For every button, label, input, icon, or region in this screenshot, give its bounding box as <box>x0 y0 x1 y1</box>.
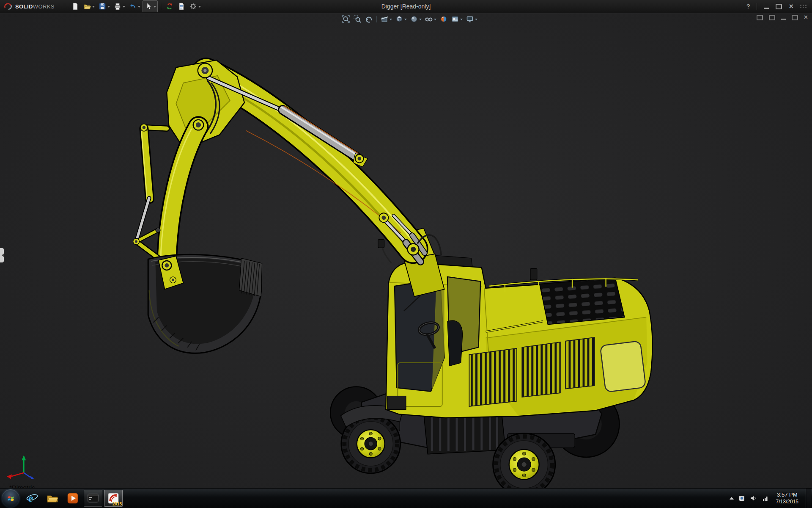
rebuild-button[interactable] <box>164 1 175 12</box>
doc-close-button[interactable]: × <box>804 14 808 20</box>
window-cascade-button[interactable] <box>757 15 763 20</box>
side-grille-1[interactable] <box>469 348 517 406</box>
windows-flag-icon <box>6 494 16 503</box>
seat <box>447 320 463 366</box>
dropdown-caret <box>390 19 392 22</box>
dropdown-caret <box>123 6 125 9</box>
file-properties-button[interactable] <box>176 1 187 12</box>
engine-top-grille[interactable] <box>540 278 625 324</box>
system-tray: 3:57 PM 7/13/2015 <box>730 489 812 508</box>
side-grille-3[interactable] <box>565 337 595 389</box>
taskbar-clock[interactable]: 3:57 PM 7/13/2015 <box>774 491 801 505</box>
file-properties-icon <box>177 2 186 11</box>
command-prompt-button[interactable] <box>84 490 102 507</box>
hide-show-items-button[interactable] <box>424 14 437 24</box>
zoom-to-fit-button[interactable] <box>341 14 351 24</box>
file-explorer-button[interactable] <box>43 490 62 507</box>
dropdown-caret <box>138 6 140 9</box>
dropdown-caret <box>154 6 156 9</box>
taskbar-apps: e <box>23 490 123 507</box>
media-player-icon <box>67 492 79 504</box>
dropdown-caret <box>475 19 477 22</box>
select-button[interactable] <box>143 0 158 12</box>
dassault-logo-icon <box>3 3 13 10</box>
print-icon <box>113 2 122 11</box>
hidden-icons-chevron[interactable] <box>730 495 734 500</box>
network-icon[interactable] <box>762 495 769 502</box>
minimize-button[interactable] <box>764 8 769 9</box>
restore-button[interactable] <box>776 4 782 9</box>
view-settings-button[interactable] <box>465 14 478 24</box>
help-button[interactable]: ? <box>746 3 750 10</box>
window-title: Digger [Read-only] <box>381 3 431 10</box>
counterweight-panel <box>600 341 646 392</box>
tray-app-icon[interactable] <box>738 495 745 502</box>
new-document-button[interactable] <box>70 1 81 12</box>
window-controls: ? × <box>746 3 812 10</box>
internet-explorer-button[interactable]: e <box>23 490 41 507</box>
view-orientation-cube-icon <box>395 15 403 23</box>
display-style-icon <box>410 15 418 23</box>
toolbar-separator <box>161 3 161 10</box>
document-window-controls: × <box>757 14 808 20</box>
clock-date: 7/13/2015 <box>776 499 798 505</box>
doc-minimize-button[interactable] <box>781 19 786 20</box>
solidworks-logo: SOLIDWORKS <box>0 3 59 10</box>
open-button[interactable] <box>82 1 96 12</box>
edit-appearance-button[interactable] <box>439 14 449 24</box>
undo-icon <box>129 2 137 11</box>
hide-show-glasses-icon <box>425 15 433 23</box>
doc-restore-button[interactable] <box>792 15 798 20</box>
dropdown-caret <box>92 6 95 9</box>
dropdown-caret <box>434 19 436 22</box>
taskbar: e <box>0 488 812 508</box>
save-button[interactable] <box>97 1 111 12</box>
zoom-to-area-icon <box>353 15 362 23</box>
window-tile-button[interactable] <box>769 15 775 20</box>
print-button[interactable] <box>112 1 126 12</box>
solidworks-app-button[interactable]: 2015 <box>104 490 123 507</box>
dropdown-caret <box>198 6 201 9</box>
open-folder-icon <box>83 2 91 11</box>
close-button[interactable]: × <box>789 3 793 10</box>
side-grille-2[interactable] <box>522 342 560 397</box>
view-settings-monitor-icon <box>466 15 474 23</box>
dropdown-caret <box>419 19 422 22</box>
options-button[interactable] <box>188 1 202 12</box>
options-gear-icon <box>189 2 198 11</box>
show-desktop-button[interactable] <box>806 489 811 508</box>
previous-view-icon <box>365 15 373 23</box>
brand-text: SOLIDWORKS <box>15 3 55 10</box>
media-player-button[interactable] <box>63 490 82 507</box>
display-style-button[interactable] <box>409 14 422 24</box>
featuremanager-expand-tab[interactable] <box>0 248 4 262</box>
titlebar: SOLIDWORKS <box>0 0 812 13</box>
dropdown-caret <box>460 19 463 22</box>
section-view-button[interactable] <box>379 14 393 24</box>
solidworks-version-badge: 2015 <box>112 502 122 506</box>
corner-grip-icon <box>800 5 807 8</box>
exhaust <box>530 268 537 280</box>
separator <box>757 3 757 10</box>
edit-appearance-ball-icon <box>439 15 448 23</box>
solidworks-window: SOLIDWORKS <box>0 0 812 508</box>
front-right-wheel[interactable] <box>493 433 555 496</box>
internet-explorer-icon: e <box>26 492 38 505</box>
previous-view-button[interactable] <box>364 14 374 24</box>
separator <box>376 16 377 22</box>
select-cursor-icon <box>144 2 153 11</box>
chevron-left-icon <box>0 254 4 257</box>
quick-access-toolbar <box>70 0 202 12</box>
view-orientation-button[interactable] <box>394 14 408 24</box>
zoom-to-area-button[interactable] <box>352 14 362 24</box>
dropdown-caret <box>404 19 407 22</box>
new-document-icon <box>71 2 80 11</box>
volume-icon[interactable] <box>750 495 757 502</box>
mirror <box>378 240 384 248</box>
viewport-3d[interactable] <box>0 0 812 508</box>
undo-button[interactable] <box>127 1 142 12</box>
heads-up-view-toolbar <box>341 14 478 24</box>
dropdown-caret <box>107 6 110 9</box>
apply-scene-button[interactable] <box>450 14 464 24</box>
start-button[interactable] <box>2 489 19 507</box>
